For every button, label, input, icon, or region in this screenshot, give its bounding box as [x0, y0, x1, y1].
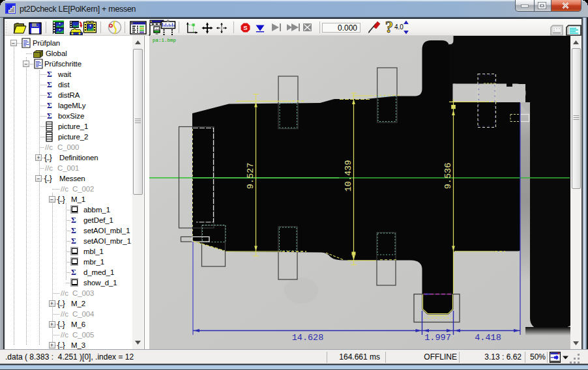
- svg-text:9.536: 9.536: [443, 163, 453, 190]
- svg-text:14.628: 14.628: [292, 333, 324, 343]
- svg-text:S: S: [243, 24, 247, 31]
- svg-text:?: ?: [385, 19, 394, 36]
- svg-text:pa:1.bmp: pa:1.bmp: [153, 38, 176, 43]
- svg-text:9.527: 9.527: [246, 163, 256, 190]
- svg-text:4.418: 4.418: [475, 333, 501, 343]
- svg-text:10.439: 10.439: [344, 160, 353, 192]
- svg-text:1.997: 1.997: [424, 333, 451, 343]
